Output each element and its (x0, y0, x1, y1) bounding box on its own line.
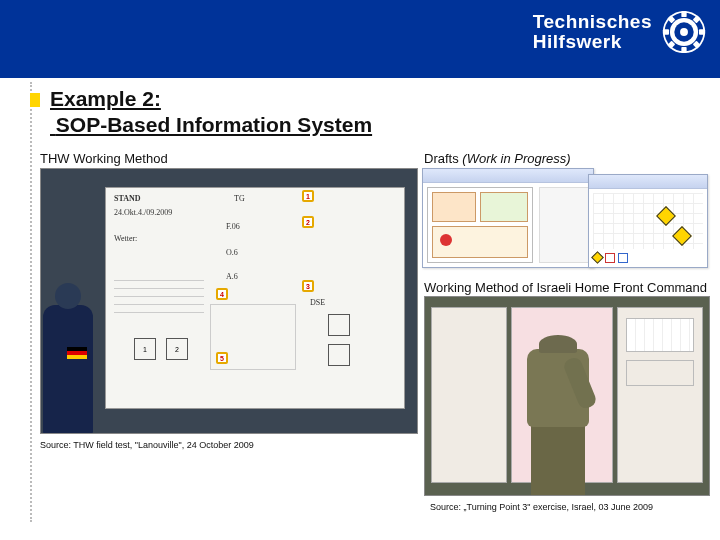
hazard-icon (672, 226, 692, 246)
photo-israel (424, 296, 710, 496)
brand: Technisches Hilfswerk (533, 10, 706, 54)
svg-rect-1 (681, 11, 686, 17)
window-body (423, 183, 593, 267)
person-silhouette (40, 283, 107, 433)
drafts-label: Drafts (424, 151, 459, 166)
title-line2: SOP-Based Information System (56, 113, 372, 136)
wb-box-3 (328, 314, 350, 336)
wb-box-1: 1 (134, 338, 156, 360)
drafts-area (422, 168, 708, 270)
brand-line1: Technisches (533, 12, 652, 32)
hat-icon (539, 335, 577, 353)
app-window-right (588, 174, 708, 268)
subtitle-thw: THW Working Method (40, 151, 168, 166)
wb-badge-4: 4 (216, 288, 228, 300)
flag-germany-icon (67, 347, 87, 359)
drafts-paren: (Work in Progress) (462, 151, 570, 166)
tool-icon (618, 253, 628, 263)
whiteboard: STAND 24.Okt.4./09.2009 Wetter: TG F.06 … (105, 187, 405, 409)
floorplan (427, 187, 533, 263)
window-body (589, 189, 707, 267)
header-bar: Technisches Hilfswerk (0, 0, 720, 78)
slide: Technisches Hilfswerk (0, 0, 720, 540)
window-chrome (423, 169, 593, 183)
svg-point-4 (680, 28, 688, 36)
caption-thw: Source: THW field test, "Lanouville", 24… (40, 440, 254, 450)
side-panel (539, 187, 589, 263)
slide-title: Example 2: SOP-Based Information System (50, 86, 372, 139)
window-chrome (589, 175, 707, 189)
grid-canvas (593, 193, 703, 249)
hazard-icon (591, 251, 604, 264)
title-line1: Example 2: (50, 87, 161, 110)
wb-box-4 (328, 344, 350, 366)
toolbar (593, 253, 703, 265)
thw-gear-icon (662, 10, 706, 54)
wb-stand: STAND (114, 194, 141, 203)
marker-icon (440, 234, 452, 246)
panel-right (617, 307, 703, 483)
hazard-icon (656, 206, 676, 226)
wb-wetter: Wetter: (114, 234, 137, 243)
wb-badge-3: 3 (302, 280, 314, 292)
subtitle-drafts: Drafts (Work in Progress) (424, 151, 571, 166)
panel-left (431, 307, 507, 483)
brand-line2: Hilfswerk (533, 32, 652, 52)
title-accent (30, 93, 40, 107)
subtitle-israel: Working Method of Israeli Home Front Com… (424, 280, 707, 295)
wb-date: 24.Okt.4./09.2009 (114, 208, 172, 217)
tool-icon (605, 253, 615, 263)
wb-f06: F.06 (226, 222, 240, 231)
wb-badge-2: 2 (302, 216, 314, 228)
left-dotted-rule (30, 82, 32, 522)
wb-tg: TG (234, 194, 245, 203)
wb-badge-1: 1 (302, 190, 314, 202)
wb-dse: DSE (310, 298, 325, 307)
photo-thw: STAND 24.Okt.4./09.2009 Wetter: TG F.06 … (40, 168, 418, 434)
wb-o6: O.6 (226, 248, 238, 257)
wb-badge-5: 5 (216, 352, 228, 364)
wb-a6: A.6 (226, 272, 238, 281)
wb-box-2: 2 (166, 338, 188, 360)
brand-text: Technisches Hilfswerk (533, 12, 652, 52)
soldier-silhouette (519, 335, 597, 495)
app-window-left (422, 168, 594, 268)
wb-grid (114, 274, 204, 320)
caption-israel: Source: „Turning Point 3" exercise, Isra… (430, 502, 653, 512)
